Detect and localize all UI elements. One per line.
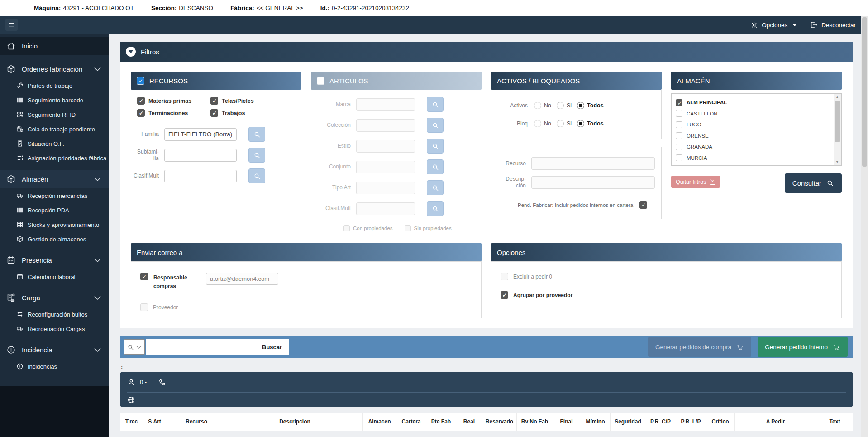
radio-icon[interactable] [557,102,564,109]
recursos-checkbox[interactable] [137,77,144,85]
granada-checkbox[interactable] [676,144,682,150]
almacen-option-murcia[interactable]: MURCIA [676,153,832,164]
search-type-dropdown[interactable] [124,339,145,355]
radio-icon[interactable] [577,102,584,109]
almacen-option-orense[interactable]: ORENSE [676,130,832,142]
articulos-checkbox[interactable] [317,77,324,85]
disconnect-button[interactable]: Desconectar [810,21,856,29]
buscar-button[interactable]: Buscar [255,339,289,355]
materias-primas-checkbox[interactable] [137,97,145,105]
conjunto-input[interactable] [356,161,415,173]
lookup-button[interactable] [248,148,265,163]
activos-no-radio[interactable]: No [534,102,551,109]
almacen-option-castellon[interactable]: CASTELLON [676,108,832,120]
radio-icon[interactable] [557,120,564,127]
lookup-button[interactable] [427,97,444,112]
almacen-option-lugo[interactable]: LUGO [676,119,832,130]
sidebar-item-partes-de-trabajo[interactable]: Partes de trabajo [0,78,109,93]
coleccion-input[interactable] [356,119,415,132]
sidebar-item-ordenes-fabricacion[interactable]: Ordenes fabricación [0,60,109,78]
castellon-checkbox[interactable] [676,110,682,117]
filters-header[interactable]: Filtros [120,42,853,62]
tipo-art-input[interactable] [356,182,415,194]
almacen-option-alm-principal[interactable]: ALM PRINCIPAL [676,97,832,108]
agrupar-por-proveedor-checkbox[interactable] [501,291,508,299]
radio-icon[interactable] [534,102,541,109]
sidebar-item-presencia[interactable]: Presencia [0,251,109,269]
con-propiedades-checkbox-row[interactable]: Con propiedades [343,225,393,231]
radio-icon[interactable] [534,120,541,127]
murcia-checkbox[interactable] [676,154,682,161]
sidebar-item-recepcion-pda[interactable]: Recepción PDA [0,203,109,217]
lookup-button[interactable] [427,159,444,174]
scroll-up-icon[interactable]: ▲ [835,95,839,99]
recursos-filter-checkbox[interactable]: Materias primas [137,97,206,105]
scroll-down-icon[interactable]: ▼ [835,160,839,164]
responsable-compras-checkbox[interactable] [140,273,148,280]
generar-pedido-interno-button[interactable]: Generar pedido interno [758,337,848,357]
sidebar-item-almacen[interactable]: Almacén [0,170,109,188]
lookup-button[interactable] [427,118,444,133]
phone-icon[interactable] [158,378,167,386]
sidebar-item-inicio[interactable]: Inicio [0,37,109,55]
bloq-si-radio[interactable]: Si [557,120,572,127]
descripcion-input[interactable] [531,176,655,189]
consultar-button[interactable]: Consultar [785,173,842,193]
sidebar-item-cola-de-trabajo-pendiente[interactable]: Cola de trabajo pendiente [0,122,109,136]
recursos-filter-checkbox[interactable]: Telas/Pieles [210,97,274,105]
sidebar-item-recepcion-mercancias[interactable]: Recepción mercancías [0,188,109,203]
orense-checkbox[interactable] [676,132,682,139]
globe-icon[interactable] [127,396,135,404]
sidebar-item-incidencia[interactable]: Incidencia [0,341,109,359]
scrollbar-thumb[interactable] [862,17,867,167]
activos-si-radio[interactable]: Si [557,102,572,109]
subfami-lia-input[interactable] [164,149,237,162]
lugo-checkbox[interactable] [676,121,682,128]
lookup-button[interactable] [427,180,444,195]
scroll-thumb[interactable] [835,101,840,142]
lookup-button[interactable] [427,201,444,216]
page-scrollbar[interactable] [861,16,868,437]
sidebar-item-seguimiento-rfid[interactable]: Seguimiento RFID [0,107,109,122]
radio-icon[interactable] [577,120,584,127]
excluir-a-pedir-0-row[interactable]: Excluir a pedir 0 [501,273,832,280]
clasif-mult-input[interactable] [356,202,415,215]
recurso-input[interactable] [531,157,655,170]
recursos-filter-checkbox[interactable]: Trabajos [210,109,274,117]
telas-pieles-checkbox[interactable] [210,97,218,105]
bloq-todos-radio[interactable]: Todos [577,120,604,127]
sidebar-item-reordenacion-cargas[interactable]: Reordenación Cargas [0,322,109,336]
search-input[interactable] [146,339,255,355]
proveedor-checkbox[interactable] [140,303,148,311]
agrupar-por-proveedor-row[interactable]: Agrupar por proveedor [501,291,832,299]
lookup-button[interactable] [427,139,444,154]
almacen-option-granada[interactable]: GRANADA [676,141,832,153]
sidebar-item-reconfiguracion-bultos[interactable]: Reconfiguración bultos [0,307,109,322]
menu-toggle-button[interactable] [5,19,18,31]
sidebar-item-seguimiento-barcode[interactable]: Seguimiento barcode [0,93,109,107]
quitar-filtros-button[interactable]: Quitar filtros [671,176,720,188]
clasif-mult-input[interactable] [164,170,237,182]
lookup-button[interactable] [248,168,265,183]
terminaciones-checkbox[interactable] [137,109,145,117]
con-propiedades-checkbox[interactable] [343,225,350,231]
sidebar-item-carga[interactable]: Carga [0,288,109,307]
sidebar-item-asignacion-prioridades-fabrica[interactable]: Asignación prioridades fábrica [0,151,109,165]
estilo-input[interactable] [356,140,415,153]
excluir-a-pedir-0-checkbox[interactable] [501,273,508,280]
responsable-email-input[interactable] [206,273,278,285]
recursos-filter-checkbox[interactable]: Terminaciones [137,109,206,117]
sidebar-item-stocks-y-aprovisionamiento[interactable]: Stocks y aprovisionamiento [0,217,109,232]
options-menu-button[interactable]: Opciones [750,21,797,29]
sidebar-item-calendario-laboral[interactable]: Calendario laboral [0,269,109,284]
almacen-scrollbar[interactable]: ▲ ▼ [834,94,841,165]
generar-pedidos-compra-button[interactable]: Generar pedidos de compra [648,337,751,357]
alm-principal-checkbox[interactable] [676,99,682,106]
pend-fabricar-checkbox[interactable] [639,201,647,209]
marca-input[interactable] [356,98,415,111]
familia-input[interactable] [164,128,237,141]
lookup-button[interactable] [248,127,265,142]
sidebar-item-gestion-de-almacenes[interactable]: Gestión de almacenes [0,232,109,246]
collapse-toggle-icon[interactable] [126,47,136,57]
bloq-no-radio[interactable]: No [534,120,551,127]
